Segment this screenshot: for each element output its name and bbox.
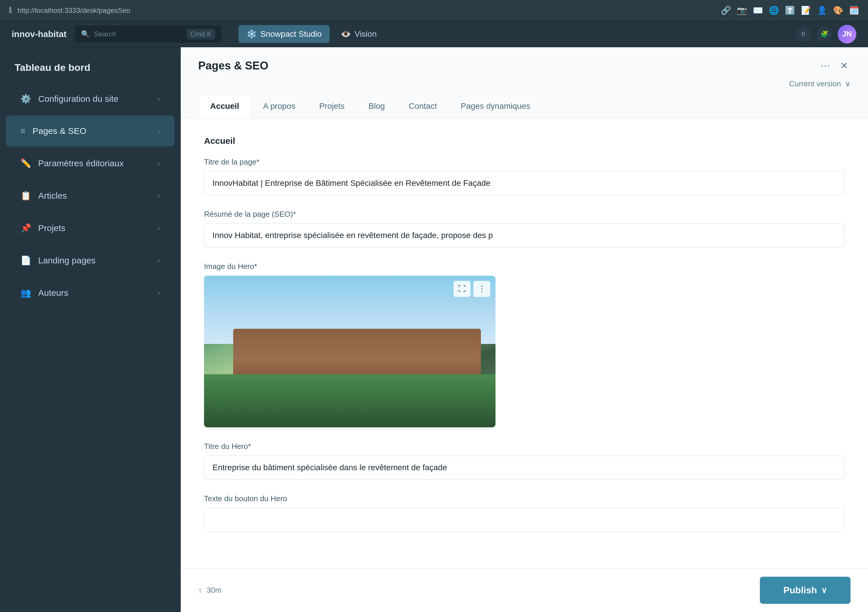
avatar[interactable]: JN: [838, 25, 856, 43]
landing-arrow-icon: ›: [158, 256, 160, 264]
form-group-image-hero: Image du Hero* ⛶ ⋮: [204, 262, 845, 427]
label-titre-hero: Titre du Hero*: [204, 442, 845, 451]
palette-icon[interactable]: 🎨: [833, 6, 843, 15]
sidebar-item-parametres[interactable]: ✏️ Paramètres éditoriaux ›: [6, 148, 175, 179]
notification-badge[interactable]: 0: [796, 26, 811, 42]
pages-arrow-icon: ›: [158, 127, 160, 135]
main-layout: Tableau de bord ⚙️ Configuration du site…: [0, 47, 868, 612]
input-titre-hero[interactable]: [204, 456, 845, 480]
app-bar-right: 0 🧩 JN: [796, 25, 856, 43]
globe-icon[interactable]: 🌐: [769, 6, 779, 15]
user-icon[interactable]: 👤: [817, 6, 827, 15]
content-area: Pages & SEO ⋯ ✕ Current version ∨ Accuei…: [181, 47, 868, 612]
sidebar-item-projets[interactable]: 📌 Projets ›: [6, 212, 175, 244]
sidebar: Tableau de bord ⚙️ Configuration du site…: [0, 47, 181, 612]
sidebar-item-auteurs[interactable]: 👥 Auteurs ›: [6, 277, 175, 308]
current-version-chevron-icon: ∨: [845, 79, 851, 89]
config-icon: ⚙️: [20, 94, 31, 104]
upload-icon[interactable]: ⬆️: [785, 6, 795, 15]
auteurs-arrow-icon: ›: [158, 289, 160, 297]
parametres-label: Paramètres éditoriaux: [38, 158, 151, 168]
app-logo: innov-habitat: [12, 29, 67, 39]
sidebar-item-landing[interactable]: 📄 Landing pages ›: [6, 245, 175, 276]
info-icon: ℹ: [9, 6, 12, 15]
label-resume-page: Résumé de la page (SEO)*: [204, 210, 845, 219]
publish-label: Publish: [783, 585, 817, 596]
crop-icon[interactable]: ⛶: [454, 281, 470, 297]
panel-title-row: Pages & SEO ⋯ ✕: [198, 58, 851, 79]
parametres-icon: ✏️: [20, 158, 31, 168]
sidebar-item-articles[interactable]: 📋 Articles ›: [6, 180, 175, 211]
image-hero-container[interactable]: ⛶ ⋮: [204, 276, 496, 427]
landing-label: Landing pages: [38, 256, 151, 266]
tab-accueil[interactable]: Accueil: [198, 94, 251, 118]
auteurs-label: Auteurs: [38, 288, 151, 298]
time-up-icon: ↑: [198, 586, 202, 595]
tab-blog[interactable]: Blog: [356, 94, 397, 118]
calendar-icon[interactable]: 🗓️: [849, 6, 859, 15]
parametres-arrow-icon: ›: [158, 159, 160, 168]
articles-icon: 📋: [20, 191, 31, 201]
tab-apropos[interactable]: A propos: [251, 94, 307, 118]
browser-url: http://localhost:3333/desk/pagesSeo: [17, 6, 130, 15]
notif-count: 0: [801, 30, 805, 38]
app-bar-nav: ❄️ Snowpact Studio 👁️ Vision: [239, 25, 385, 43]
form-group-titre-page: Titre de la page*: [204, 157, 845, 195]
sidebar-title: Tableau de bord: [0, 53, 180, 82]
config-arrow-icon: ›: [158, 95, 160, 103]
search-placeholder: Search: [94, 30, 116, 38]
projets-icon: 📌: [20, 223, 31, 233]
form-group-resume-page: Résumé de la page (SEO)*: [204, 210, 845, 247]
articles-arrow-icon: ›: [158, 192, 160, 200]
link-icon[interactable]: 🔗: [721, 6, 731, 15]
snowpact-icon: ❄️: [246, 29, 257, 39]
app-bar: innov-habitat 🔍 Search Cmd K ❄️ Snowpact…: [0, 21, 868, 47]
mail-icon[interactable]: ✉️: [753, 6, 763, 15]
articles-label: Articles: [38, 191, 151, 201]
search-bar[interactable]: 🔍 Search Cmd K: [75, 25, 221, 43]
input-texte-bouton-hero[interactable]: [204, 508, 845, 532]
landing-icon: 📄: [20, 255, 31, 266]
label-texte-bouton-hero: Texte du bouton du Hero: [204, 494, 845, 503]
hero-image: [204, 276, 496, 427]
panel-footer: ↑ 30m Publish ∨: [181, 568, 868, 612]
camera-icon[interactable]: 📷: [737, 6, 747, 15]
tab-contact[interactable]: Contact: [397, 94, 449, 118]
footer-left: ↑ 30m: [198, 586, 222, 595]
extensions-icon[interactable]: 🧩: [817, 26, 832, 42]
nav-snowpact-studio[interactable]: ❄️ Snowpact Studio: [239, 25, 330, 43]
config-label: Configuration du site: [38, 94, 151, 104]
tabs-row: Accueil A propos Projets Blog Contact Pa…: [198, 94, 851, 118]
panel-title: Pages & SEO: [198, 59, 268, 72]
more-image-options-icon[interactable]: ⋮: [473, 281, 490, 297]
browser-bar: ℹ http://localhost:3333/desk/pagesSeo 🔗 …: [0, 0, 868, 21]
projets-arrow-icon: ›: [158, 224, 160, 232]
nav-vision[interactable]: 👁️ Vision: [333, 25, 385, 43]
input-resume-page[interactable]: [204, 224, 845, 247]
label-titre-page: Titre de la page*: [204, 157, 845, 166]
projets-label: Projets: [38, 223, 151, 233]
label-image-hero: Image du Hero*: [204, 262, 845, 271]
more-options-icon[interactable]: ⋯: [818, 58, 832, 73]
vision-label: Vision: [355, 30, 377, 39]
snowpact-label: Snowpact Studio: [260, 30, 321, 39]
search-shortcut: Cmd K: [187, 29, 215, 39]
publish-button[interactable]: Publish ∨: [760, 577, 851, 604]
publish-chevron-icon: ∨: [821, 586, 827, 595]
close-icon[interactable]: ✕: [838, 58, 851, 73]
time-indicator: 30m: [207, 586, 222, 595]
current-version-label: Current version: [789, 79, 841, 89]
input-titre-page[interactable]: [204, 171, 845, 195]
auteurs-icon: 👥: [20, 287, 31, 298]
panel-header: Pages & SEO ⋯ ✕ Current version ∨ Accuei…: [181, 47, 868, 118]
panel-header-icons: ⋯ ✕: [818, 58, 851, 73]
greenery-layer: [204, 374, 496, 427]
note-icon[interactable]: 📝: [801, 6, 811, 15]
tab-pages-dynamiques[interactable]: Pages dynamiques: [449, 94, 542, 118]
section-heading: Accueil: [204, 136, 845, 146]
sidebar-item-configuration[interactable]: ⚙️ Configuration du site ›: [6, 83, 175, 114]
pages-icon: ≡: [20, 126, 26, 136]
sidebar-item-pages-seo[interactable]: ≡ Pages & SEO ›: [6, 115, 175, 146]
browser-icons: 🔗 📷 ✉️ 🌐 ⬆️ 📝 👤 🎨 🗓️: [721, 6, 859, 15]
tab-projets[interactable]: Projets: [307, 94, 356, 118]
